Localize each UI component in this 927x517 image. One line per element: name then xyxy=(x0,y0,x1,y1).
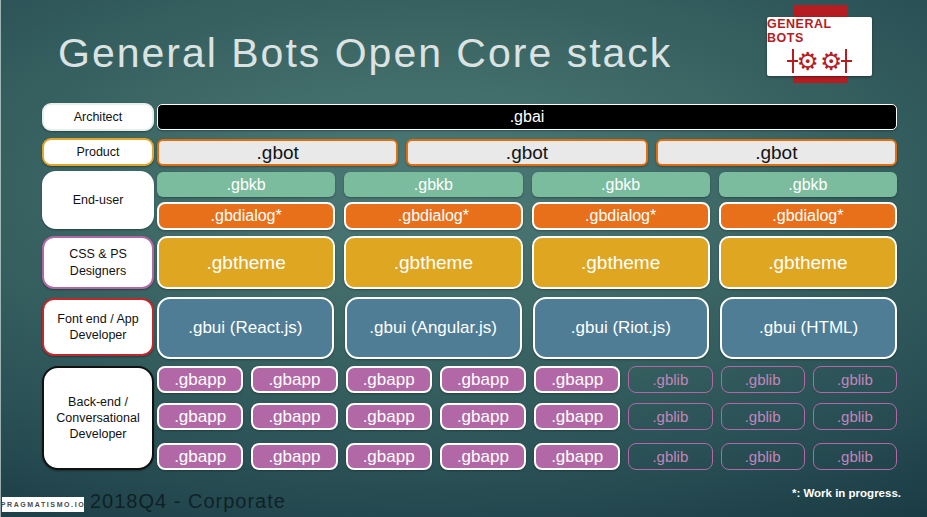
gbot-box: .gbot xyxy=(157,139,398,166)
general-bots-logo: GENERAL BOTS ⚙ ⚙ xyxy=(767,17,872,76)
gears-icon: ⚙ ⚙ xyxy=(790,46,850,76)
row-gbai: .gbai xyxy=(157,104,897,130)
gbapp-box: .gbapp xyxy=(251,443,337,470)
gbapp-box: .gbapp xyxy=(346,443,432,470)
gbui-box: .gbui (Riot.js) xyxy=(533,297,710,359)
row-backend-1: .gbapp .gbapp .gbapp .gbapp .gbapp .gbli… xyxy=(157,366,897,393)
row-gbkb: .gbkb .gbkb .gbkb .gbkb xyxy=(157,172,897,197)
gblib-box: .gblib xyxy=(721,366,805,393)
gbtheme-box: .gbtheme xyxy=(157,236,335,289)
gbot-box: .gbot xyxy=(656,139,897,166)
gbui-box: .gbui (React.js) xyxy=(157,297,334,359)
gbkb-box: .gbkb xyxy=(532,172,710,197)
gbapp-box: .gbapp xyxy=(440,366,526,393)
gbapp-box: .gbapp xyxy=(157,403,243,430)
slide-left-edge xyxy=(0,0,1,517)
gbai-box: .gbai xyxy=(157,104,897,130)
gear-icon: ⚙ xyxy=(797,49,819,74)
pragmatismo-badge: PRAGMATISMO.IO xyxy=(2,497,84,512)
gbapp-box: .gbapp xyxy=(534,366,620,393)
gbapp-box: .gbapp xyxy=(346,403,432,430)
slide: General Bots Open Core stack GENERAL BOT… xyxy=(0,0,927,517)
gblib-box: .gblib xyxy=(813,403,897,430)
row-gbot: .gbot .gbot .gbot xyxy=(157,139,897,166)
row-label-architect: Architect xyxy=(42,103,154,131)
page-title: General Bots Open Core stack xyxy=(58,30,672,77)
gblib-box: .gblib xyxy=(721,403,805,430)
row-label-end-user: End-user xyxy=(42,171,154,229)
gbapp-box: .gbapp xyxy=(251,403,337,430)
footer-edition-text: 2018Q4 - Corporate xyxy=(90,490,286,513)
row-label-css-ps-designers: CSS & PS Designers xyxy=(42,236,154,289)
gbdialog-box: .gbdialog* xyxy=(157,202,335,230)
gbapp-box: .gbapp xyxy=(534,403,620,430)
gblib-box: .gblib xyxy=(628,366,712,393)
gblib-box: .gblib xyxy=(628,403,712,430)
gbdialog-box: .gbdialog* xyxy=(532,202,710,230)
gbapp-box: .gbapp xyxy=(440,443,526,470)
row-label-frontend-app-developer: Font end / App Developer xyxy=(42,298,154,356)
gbapp-box: .gbapp xyxy=(346,366,432,393)
row-label-product: Product xyxy=(42,138,154,166)
row-backend-3: .gbapp .gbapp .gbapp .gbapp .gbapp .gbli… xyxy=(157,443,897,470)
gbdialog-box: .gbdialog* xyxy=(344,202,522,230)
gbapp-box: .gbapp xyxy=(440,403,526,430)
gear-tick-right xyxy=(845,49,847,73)
gbui-box: .gbui (HTML) xyxy=(720,297,897,359)
row-gbui: .gbui (React.js) .gbui (Angular.js) .gbu… xyxy=(157,297,897,359)
work-in-progress-note: *: Work in progress. xyxy=(792,487,901,499)
row-gbtheme: .gbtheme .gbtheme .gbtheme .gbtheme xyxy=(157,236,897,289)
gbapp-box: .gbapp xyxy=(251,366,337,393)
gear-icon: ⚙ xyxy=(820,49,842,74)
gbapp-box: .gbapp xyxy=(157,443,243,470)
logo-wordmark: GENERAL BOTS xyxy=(767,17,872,45)
gblib-box: .gblib xyxy=(721,443,805,470)
row-gbdialog: .gbdialog* .gbdialog* .gbdialog* .gbdial… xyxy=(157,202,897,230)
row-label-backend-conversational-developer: Back-end / Conversational Developer xyxy=(42,366,154,470)
gbapp-box: .gbapp xyxy=(534,443,620,470)
gblib-box: .gblib xyxy=(813,366,897,393)
gbapp-box: .gbapp xyxy=(157,366,243,393)
gbtheme-box: .gbtheme xyxy=(344,236,522,289)
gbkb-box: .gbkb xyxy=(719,172,897,197)
gbdialog-box: .gbdialog* xyxy=(719,202,897,230)
gbui-box: .gbui (Angular.js) xyxy=(345,297,522,359)
gblib-box: .gblib xyxy=(813,443,897,470)
gbkb-box: .gbkb xyxy=(344,172,522,197)
gbtheme-box: .gbtheme xyxy=(719,236,897,289)
row-backend-2: .gbapp .gbapp .gbapp .gbapp .gbapp .gbli… xyxy=(157,403,897,430)
gblib-box: .gblib xyxy=(628,443,712,470)
gear-tick-left xyxy=(792,49,794,73)
gbot-box: .gbot xyxy=(406,139,647,166)
gbtheme-box: .gbtheme xyxy=(532,236,710,289)
gbkb-box: .gbkb xyxy=(157,172,335,197)
